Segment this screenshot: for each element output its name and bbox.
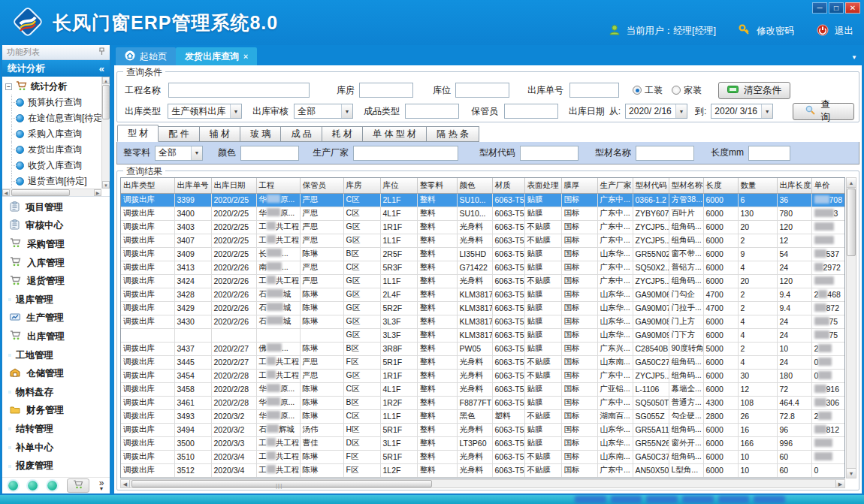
tree-vertical-scrollbar[interactable]: ▲ ▼ xyxy=(101,77,110,189)
audit-select[interactable]: 全部▼ xyxy=(294,104,353,119)
table-row[interactable]: 调拨出库34032020/2/25工共工程严思G区1R1F整料光身料6063-T… xyxy=(121,220,845,234)
table-row[interactable]: 调拨出库33992020/2/25华原...严思C区2L1F整料SU10...6… xyxy=(121,193,845,207)
sidebar-item-采购管理[interactable]: 采购管理 xyxy=(2,235,110,254)
profile-code-input[interactable] xyxy=(520,146,579,161)
table-row[interactable]: 调拨出库34242020/2/26工共工程严思G区1L1F整料光身料6063-T… xyxy=(121,274,845,288)
column-header[interactable]: 整零料 xyxy=(417,178,457,193)
grid-vertical-scrollbar[interactable]: ▲ ▼ xyxy=(846,177,856,478)
table-row[interactable]: 调拨出库35122020/3/4工共工程陈琳F区1L2F整料光身料6063-T5… xyxy=(121,463,845,477)
sidebar-item-退货管理[interactable]: 退货管理 xyxy=(2,272,110,291)
table-row[interactable]: 调拨出库34002020/2/25华原...严思C区4L1F整料SU10...6… xyxy=(121,207,845,220)
column-header[interactable]: 单价 xyxy=(811,178,844,193)
table-row[interactable]: 调拨出库34932020/3/2华原...陈琳C区1L1F整料黑色塑料不贴膜国标… xyxy=(121,409,845,423)
table-row[interactable]: 调拨出库34292020/2/26石城陈琳G区5R2F整料KLM38176063… xyxy=(121,301,845,315)
table-row[interactable]: 调拨出库35102020/3/4工共工程陈琳F区5R1F整料光身料6063-T5… xyxy=(121,450,845,463)
material-tab-1[interactable]: 型 材 xyxy=(117,125,159,142)
table-row[interactable]: 调拨出库34372020/2/27佛...陈琳B区3R8F整料PW056063-… xyxy=(121,342,845,355)
profile-name-input[interactable] xyxy=(636,146,694,161)
table-row[interactable]: 调拨出库34302020/2/26石城陈琳G区3L3F整料KLM38176063… xyxy=(121,315,845,328)
scroll-right-arrow-icon[interactable]: ▶ xyxy=(94,189,101,196)
column-header[interactable]: 型材名称 xyxy=(669,178,703,193)
sidebar-item-物料盘存[interactable]: 物料盘存 xyxy=(2,383,110,402)
column-header[interactable]: 库房 xyxy=(343,178,380,193)
tree-item[interactable]: 退货查询[待定] xyxy=(5,174,101,189)
scroll-thumb[interactable] xyxy=(11,189,70,196)
expand-chevron[interactable]: »▼ xyxy=(99,480,104,492)
tree-item[interactable]: 采购入库查询 xyxy=(5,126,101,142)
clear-conditions-button[interactable]: 清空条件 xyxy=(718,82,790,99)
tree-item[interactable]: 发货出库查询 xyxy=(5,142,101,158)
color-input[interactable] xyxy=(240,146,299,161)
column-header[interactable]: 库位 xyxy=(380,178,417,193)
column-header[interactable]: 数量 xyxy=(738,178,777,193)
warehouse-input[interactable] xyxy=(359,83,413,98)
whole-part-select[interactable]: 全部▼ xyxy=(155,146,203,161)
table-row[interactable]: 调拨出库34542020/2/28工共工程严思G区1R1F整料光身料6063-T… xyxy=(121,369,845,382)
logout-link[interactable]: 退出 xyxy=(835,25,853,38)
scroll-right-arrow-icon[interactable]: ▶ xyxy=(835,480,844,487)
order-no-input[interactable] xyxy=(569,83,619,98)
material-tab-7[interactable]: 单 体 型 材 xyxy=(363,126,427,142)
column-header[interactable]: 出库类型 xyxy=(121,178,174,193)
table-row[interactable]: 调拨出库34452020/2/27工共工程严思F区5R1F整料光身料6063-T… xyxy=(121,355,845,369)
material-tab-4[interactable]: 玻 璃 xyxy=(240,126,281,142)
project-name-input[interactable] xyxy=(168,83,310,98)
sidebar-item-入库管理[interactable]: 入库管理 xyxy=(2,254,110,273)
cart-button[interactable] xyxy=(67,478,89,493)
sidebar-item-结转管理[interactable]: 结转管理 xyxy=(2,420,110,439)
tab-list-caret-icon[interactable]: ▼ xyxy=(851,54,857,61)
sidebar-item-仓储管理[interactable]: 仓储管理 xyxy=(2,364,110,383)
dot-icon[interactable] xyxy=(47,481,57,490)
scroll-left-arrow-icon[interactable]: ◀ xyxy=(121,480,130,487)
table-row[interactable]: 调拨出库34612020/2/28华原...陈琳B区1R2F整料F8877FT6… xyxy=(121,396,845,409)
column-header[interactable]: 表面处理 xyxy=(524,178,561,193)
date-to-picker[interactable]: 2020/ 3/16▼ xyxy=(711,104,773,119)
column-header[interactable]: 膜厚 xyxy=(561,178,597,193)
column-header[interactable]: 出库单号 xyxy=(174,178,211,193)
product-type-input[interactable] xyxy=(405,104,459,119)
sidebar-item-财务管理[interactable]: 财务管理 xyxy=(2,402,110,421)
sidebar-item-报废管理[interactable]: 报废管理 xyxy=(2,457,110,475)
scroll-thumb[interactable]: ||| xyxy=(131,480,432,487)
column-header[interactable]: 金额 xyxy=(844,178,845,193)
tree-item[interactable]: 收货入库查询 xyxy=(5,158,101,174)
table-row[interactable]: 调拨出库34132020/2/26南...严思C区5R3F整料G71422606… xyxy=(121,261,845,274)
maximize-button[interactable]: □ xyxy=(829,2,844,14)
table-row[interactable]: 调拨出库34942020/3/2石辉城汤伟H区5R1F整料光身料6063-T5贴… xyxy=(121,423,845,436)
table-row[interactable]: 调拨出库34582020/2/28华原...陈琳C区4L1F整料光身料6063-… xyxy=(121,382,845,396)
column-header[interactable]: 长度 xyxy=(703,178,738,193)
maker-input[interactable] xyxy=(353,146,458,161)
sidebar-item-补单中心[interactable]: 补单中心 xyxy=(2,439,110,457)
material-tab-6[interactable]: 耗 材 xyxy=(322,126,363,142)
tree-root-item[interactable]: −统计分析 xyxy=(5,79,101,95)
table-row[interactable]: 调拨出库34092020/2/25长...陈琳B区2R5F整料LI35HD606… xyxy=(121,247,845,261)
location-input[interactable] xyxy=(455,83,509,98)
scroll-thumb[interactable] xyxy=(847,189,856,256)
dot-icon[interactable] xyxy=(28,481,38,490)
change-password-link[interactable]: 修改密码 xyxy=(757,25,794,38)
table-row[interactable]: 调拨出库34282020/2/26石城陈琳G区2L4F整料KLM38176063… xyxy=(121,288,845,301)
dot-icon[interactable] xyxy=(8,481,18,490)
jiazhuang-radio[interactable] xyxy=(672,86,681,95)
table-row[interactable]: 调拨出库34072020/2/25工共工程严思G区1L1F整料光身料6063-T… xyxy=(121,234,845,247)
scroll-thumb[interactable] xyxy=(102,85,110,119)
date-from-picker[interactable]: 2020/ 2/16▼ xyxy=(625,104,687,119)
sidebar-item-审核中心[interactable]: 审核中心 xyxy=(2,217,110,236)
sidebar-item-项目管理[interactable]: 项目管理 xyxy=(2,198,110,217)
scroll-down-arrow-icon[interactable]: ▼ xyxy=(847,468,856,478)
scroll-left-arrow-icon[interactable]: ◀ xyxy=(2,189,10,196)
tree-item[interactable]: 预算执行查询 xyxy=(5,95,101,110)
column-header[interactable]: 出库长度 xyxy=(777,178,811,193)
sidebar-item-出库管理[interactable]: 出库管理 xyxy=(2,327,110,346)
pin-icon[interactable] xyxy=(98,47,105,57)
tree-horizontal-scrollbar[interactable]: ◀ ▶ xyxy=(2,189,101,196)
out-type-select[interactable]: 生产领料出库▼ xyxy=(168,104,242,119)
column-header[interactable]: 保管员 xyxy=(300,178,343,193)
scroll-up-arrow-icon[interactable]: ▲ xyxy=(847,178,856,188)
material-tab-5[interactable]: 成 品 xyxy=(281,126,322,142)
column-header[interactable]: 颜色 xyxy=(457,178,492,193)
column-header[interactable]: 生产厂家 xyxy=(597,178,633,193)
sidebar-item-生产管理[interactable]: 生产管理 xyxy=(2,309,110,328)
material-tab-3[interactable]: 辅 材 xyxy=(200,126,240,142)
table-row[interactable]: 调拨出库35002020/3/3工共工程曹佳D区3L1F整料LT3P606063… xyxy=(121,436,845,450)
